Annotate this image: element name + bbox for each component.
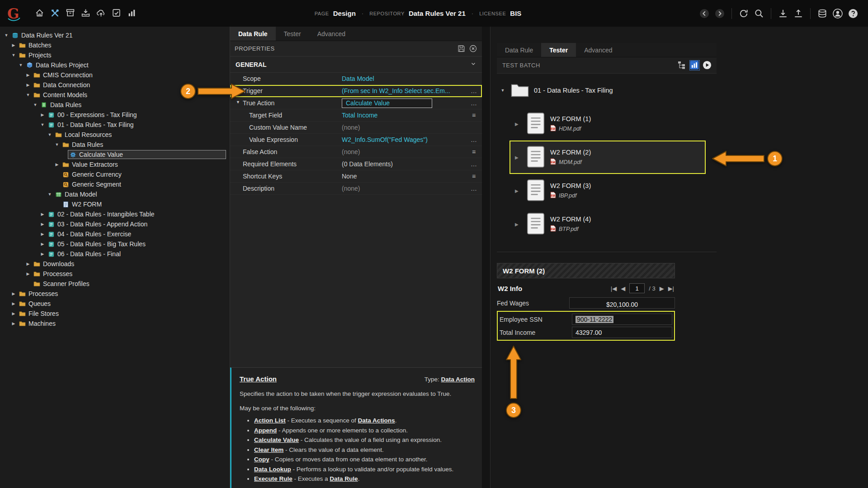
tree-expand-arrow[interactable]: ▶ <box>24 73 32 77</box>
tree-expand-arrow[interactable]: ▶ <box>53 162 61 167</box>
property-value[interactable]: W2_Info.SumOf("Fed Wages") <box>342 136 467 143</box>
help-link[interactable]: Data Lookup <box>254 466 291 473</box>
refresh-icon[interactable] <box>738 8 749 19</box>
property-value[interactable]: (From sec In W2_Info Select sec.Em... <box>342 87 467 94</box>
tab-advanced[interactable]: Advanced <box>309 27 354 41</box>
licensee-value[interactable]: BIS <box>510 9 521 17</box>
chevron-down-icon[interactable] <box>470 61 476 68</box>
tree-item[interactable]: ▼Data Model <box>0 189 230 199</box>
help-link[interactable]: Action List <box>254 417 286 424</box>
tab-data-rule[interactable]: Data Rule <box>497 43 541 57</box>
property-row[interactable]: Shortcut KeysNone≡ <box>230 170 482 183</box>
tree-item[interactable]: Scanner Profiles <box>0 279 230 289</box>
ellipsis-button[interactable]: … <box>467 185 480 192</box>
cloud-upload-icon[interactable] <box>95 8 106 19</box>
property-row[interactable]: Target FieldTotal Income≡ <box>230 109 482 122</box>
batch-hierarchy-icon[interactable] <box>677 61 687 70</box>
help-link[interactable]: Calculate Value <box>254 436 299 443</box>
property-value[interactable]: Total Income <box>342 112 467 119</box>
tree-item[interactable]: ▼01 - Data Rules - Tax Filing <box>0 120 230 130</box>
tree-collapse-arrow[interactable]: ▼ <box>53 142 61 147</box>
menu-button[interactable]: ≡ <box>467 148 480 155</box>
tree-item[interactable]: ▶Machines <box>0 319 230 328</box>
tree-item[interactable]: ▼Data Rules Ver 21 <box>0 30 230 40</box>
tree-item[interactable]: ▶00 - Expressions - Tax Filing <box>0 110 230 120</box>
menu-button[interactable]: ≡ <box>467 112 480 119</box>
property-row[interactable]: Required Elements(0 Data Elements)… <box>230 158 482 170</box>
property-row[interactable]: Value ExpressionW2_Info.SumOf("Fed Wages… <box>230 134 482 146</box>
tree-expand-arrow[interactable]: ▶ <box>10 321 17 326</box>
tree-expand-arrow[interactable]: ▶ <box>10 43 17 47</box>
repository-value[interactable]: Data Rules Ver 21 <box>409 9 466 17</box>
tree-expand-arrow[interactable]: ▶ <box>39 242 46 246</box>
tree-item[interactable]: Calculate Value <box>0 150 230 160</box>
tree-collapse-arrow[interactable]: ▼ <box>32 103 39 107</box>
field-input[interactable]: 900-11-2222 <box>572 314 672 325</box>
tree-item[interactable]: ▶Queues <box>0 299 230 309</box>
ellipsis-button[interactable]: … <box>467 87 480 94</box>
search-icon[interactable] <box>754 8 764 19</box>
batch-folder-row[interactable]: ▼ 01 - Data Rules - Tax Filing <box>497 74 717 107</box>
tree-expand-arrow[interactable]: ▶ <box>24 262 32 266</box>
tree-item[interactable]: ▶03 - Data Rules - Append Action <box>0 219 230 229</box>
tree-expand-arrow[interactable]: ▶ <box>10 291 17 296</box>
next-page-icon[interactable]: ▶ <box>660 285 664 292</box>
tree-item[interactable]: ▶Processes <box>0 269 230 279</box>
property-row[interactable]: Description(none)… <box>230 183 482 195</box>
help-link[interactable]: Data Actions <box>358 417 395 424</box>
property-row[interactable]: Custom Value Name(none) <box>230 122 482 134</box>
tab-tester[interactable]: Tester <box>541 43 576 57</box>
help-link[interactable]: Data Rule <box>330 475 358 482</box>
tree-expand-arrow[interactable]: ▶ <box>10 301 17 306</box>
close-icon[interactable] <box>469 45 477 53</box>
tree-item[interactable]: ▶02 - Data Rules - Intangibles Table <box>0 209 230 219</box>
tab-advanced[interactable]: Advanced <box>576 43 620 57</box>
value-combo[interactable]: Calculate Value <box>342 99 432 108</box>
tree-collapse-arrow[interactable]: ▼ <box>46 192 53 197</box>
page-value[interactable]: Design <box>333 9 356 17</box>
property-value[interactable]: (none) <box>342 185 467 192</box>
tree-collapse-arrow[interactable]: ▼ <box>500 88 506 93</box>
help-link[interactable]: Clear Item <box>254 446 283 453</box>
prev-page-icon[interactable]: ◀ <box>621 285 625 292</box>
tree-expand-arrow[interactable]: ▶ <box>39 222 46 226</box>
tree-collapse-arrow[interactable]: ▼ <box>46 132 53 137</box>
tree-collapse-arrow[interactable]: ▼ <box>24 93 32 97</box>
tab-data-rule[interactable]: Data Rule <box>230 27 276 41</box>
property-row[interactable]: False Action(none)≡ <box>230 146 482 158</box>
doc-expand-arrow[interactable]: ▶ <box>515 222 521 227</box>
batch-stats-icon[interactable] <box>690 61 699 70</box>
tree-item[interactable]: ▶06 - Data Rules - Final <box>0 249 230 259</box>
property-row[interactable]: ▼True ActionCalculate Value… <box>230 97 482 109</box>
download-icon[interactable] <box>778 8 788 19</box>
tree-collapse-arrow[interactable]: ▼ <box>3 33 10 38</box>
document-row[interactable]: ▶W2 FORM (4)BTP.pdf <box>509 207 706 241</box>
upload-icon[interactable] <box>793 8 804 19</box>
ellipsis-button[interactable]: … <box>467 136 480 143</box>
tree-item[interactable]: ▶Value Extractors <box>0 160 230 169</box>
stats-icon[interactable] <box>126 8 137 19</box>
document-row[interactable]: ▶W2 FORM (1)HDM.pdf <box>509 107 706 141</box>
back-icon[interactable] <box>699 8 710 19</box>
tree-item[interactable]: ▶Processes <box>0 289 230 299</box>
doc-expand-arrow[interactable]: ▶ <box>515 155 521 160</box>
tools-icon[interactable] <box>49 8 60 19</box>
help-link[interactable]: Copy <box>254 456 269 463</box>
tree-expand-arrow[interactable]: ▶ <box>39 212 46 216</box>
app-logo[interactable]: G <box>7 4 25 23</box>
run-test-icon[interactable] <box>703 61 712 70</box>
property-value[interactable]: Data Model <box>342 75 467 82</box>
tree-item[interactable]: ▼Data Rules Project <box>0 60 230 70</box>
tree-item[interactable]: ▶Batches <box>0 40 230 50</box>
inbox-icon[interactable] <box>80 8 91 19</box>
tree-expand-arrow[interactable]: ▶ <box>24 272 32 276</box>
general-section-header[interactable]: GENERAL <box>230 56 482 73</box>
doc-expand-arrow[interactable]: ▶ <box>515 188 521 193</box>
tab-tester[interactable]: Tester <box>276 27 309 41</box>
help-icon[interactable] <box>848 8 859 19</box>
tree-item[interactable]: ▼Projects <box>0 50 230 60</box>
tasks-icon[interactable] <box>111 8 122 19</box>
ellipsis-button[interactable]: … <box>467 160 480 168</box>
user-icon[interactable] <box>832 8 843 19</box>
tree-item[interactable]: ▼Local Resources <box>0 130 230 140</box>
